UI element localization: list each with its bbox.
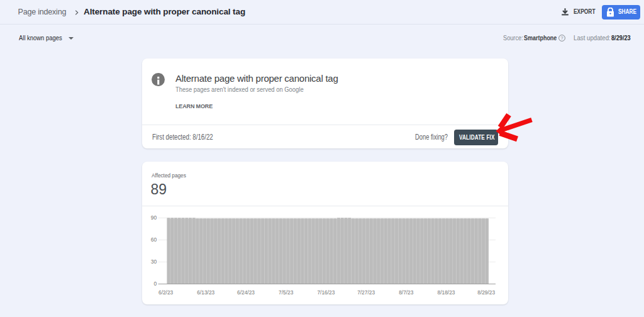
svg-text:0: 0 (154, 281, 157, 287)
svg-text:6/13/23: 6/13/23 (197, 289, 214, 296)
svg-text:7/5/23: 7/5/23 (279, 289, 293, 296)
svg-text:6/2/23: 6/2/23 (158, 289, 173, 296)
svg-text:60: 60 (151, 236, 157, 243)
svg-text:7/27/23: 7/27/23 (357, 289, 375, 296)
svg-text:6/24/23: 6/24/23 (237, 289, 255, 296)
svg-text:8/18/23: 8/18/23 (438, 289, 455, 296)
svg-text:?: ? (561, 35, 564, 41)
svg-text:7/16/23: 7/16/23 (317, 289, 335, 296)
svg-text:30: 30 (151, 259, 157, 265)
svg-text:8/7/23: 8/7/23 (399, 289, 413, 296)
svg-text:8/29/23: 8/29/23 (477, 289, 495, 296)
svg-text:90: 90 (151, 214, 157, 221)
